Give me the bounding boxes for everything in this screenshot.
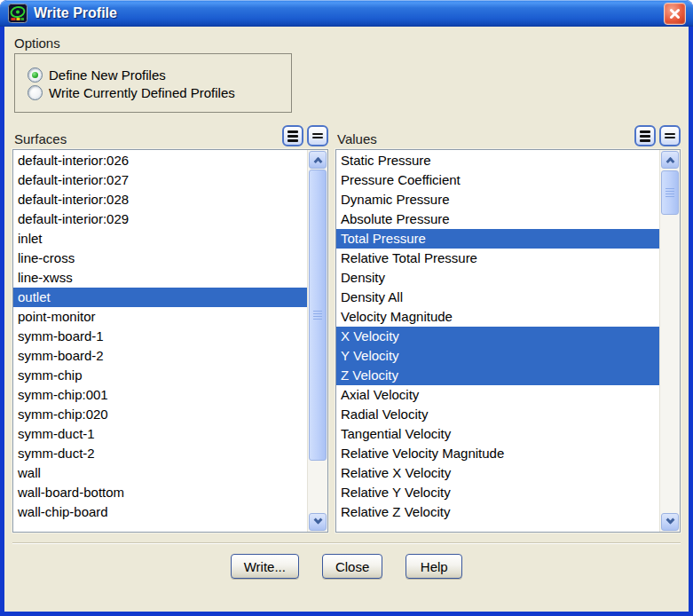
help-button[interactable]: Help bbox=[406, 554, 462, 579]
titlebar[interactable]: Write Profile bbox=[0, 0, 693, 27]
options-group-box: Define New ProfilesWrite Currently Defin… bbox=[14, 53, 292, 113]
surfaces-list: default-interior:026default-interior:027… bbox=[13, 150, 307, 532]
list-item[interactable]: Total Pressure bbox=[336, 229, 659, 249]
chevron-down-icon bbox=[313, 515, 322, 524]
list-item[interactable]: Radial Velocity bbox=[336, 405, 659, 424]
list-item[interactable]: Axial Velocity bbox=[336, 385, 659, 405]
values-label: Values bbox=[335, 131, 631, 146]
list-item[interactable]: X Velocity bbox=[336, 327, 659, 346]
list-item[interactable]: symm-board-2 bbox=[13, 346, 307, 366]
window-title: Write Profile bbox=[34, 5, 664, 21]
lists-section: Surfaces default-interior:026default-int… bbox=[12, 123, 681, 533]
list-item[interactable]: Relative Velocity Magnitude bbox=[336, 444, 659, 463]
radio-label: Write Currently Defined Profiles bbox=[49, 85, 235, 100]
scroll-thumb[interactable] bbox=[661, 170, 679, 215]
surfaces-header: Surfaces bbox=[12, 123, 328, 146]
list-item[interactable]: default-interior:029 bbox=[13, 209, 307, 229]
footer-buttons: Write... Close Help bbox=[12, 544, 681, 582]
list-item[interactable]: Relative Z Velocity bbox=[336, 502, 659, 522]
surfaces-select-all-button[interactable] bbox=[282, 125, 303, 146]
options-group-label: Options bbox=[14, 36, 681, 51]
list-item[interactable]: outlet bbox=[13, 288, 307, 307]
list-item[interactable]: Relative Total Pressure bbox=[336, 249, 659, 268]
list-item[interactable]: line-xwss bbox=[13, 268, 307, 288]
values-panel: Values Static PressurePressure Coefficie… bbox=[335, 123, 681, 533]
radio-option[interactable]: Define New Profiles bbox=[28, 67, 282, 83]
list-item[interactable]: wall-chip-board bbox=[13, 502, 307, 522]
list-item[interactable]: Density All bbox=[336, 288, 659, 307]
list-item[interactable]: Z Velocity bbox=[336, 366, 659, 385]
list-item[interactable]: point-monitor bbox=[13, 307, 307, 327]
radio-label: Define New Profiles bbox=[49, 67, 166, 83]
surfaces-scrollbar[interactable] bbox=[307, 150, 327, 532]
values-select-all-button[interactable] bbox=[634, 125, 656, 146]
scroll-down-button[interactable] bbox=[661, 513, 679, 531]
list-item[interactable]: symm-chip:020 bbox=[13, 405, 307, 424]
close-icon bbox=[669, 8, 681, 20]
list-item[interactable]: inlet bbox=[13, 229, 307, 249]
list-item[interactable]: Pressure Coefficient bbox=[336, 170, 659, 190]
scroll-thumb[interactable] bbox=[309, 170, 327, 461]
list-item[interactable]: Density bbox=[336, 268, 659, 288]
list-item[interactable]: Velocity Magnitude bbox=[336, 307, 659, 327]
chevron-up-icon bbox=[665, 156, 674, 165]
fluent-app-icon bbox=[8, 4, 28, 23]
scroll-down-button[interactable] bbox=[309, 513, 327, 531]
surfaces-label: Surfaces bbox=[12, 131, 279, 146]
surfaces-listbox: default-interior:026default-interior:027… bbox=[12, 149, 328, 533]
radio-button-icon[interactable] bbox=[28, 67, 43, 83]
list-item[interactable]: Y Velocity bbox=[336, 346, 659, 366]
list-item[interactable]: symm-chip bbox=[13, 366, 307, 385]
values-header: Values bbox=[335, 123, 681, 146]
values-list: Static PressurePressure CoefficientDynam… bbox=[336, 150, 659, 532]
list-item[interactable]: default-interior:026 bbox=[13, 151, 307, 170]
list-item[interactable]: Relative Y Velocity bbox=[336, 483, 659, 502]
chevron-up-icon bbox=[313, 156, 322, 165]
list-item[interactable]: line-cross bbox=[13, 249, 307, 268]
scroll-track[interactable] bbox=[661, 170, 679, 512]
values-listbox: Static PressurePressure CoefficientDynam… bbox=[335, 149, 681, 533]
chevron-down-icon bbox=[665, 515, 674, 524]
list-item[interactable]: symm-chip:001 bbox=[13, 385, 307, 405]
radio-button-icon[interactable] bbox=[28, 85, 43, 100]
list-item[interactable]: Static Pressure bbox=[336, 151, 659, 170]
list-item[interactable]: Absolute Pressure bbox=[336, 209, 659, 229]
dialog-body: Options Define New ProfilesWrite Current… bbox=[4, 27, 689, 612]
surfaces-panel: Surfaces default-interior:026default-int… bbox=[12, 123, 328, 533]
close-dialog-button[interactable]: Close bbox=[322, 554, 382, 579]
list-item[interactable]: symm-duct-1 bbox=[13, 424, 307, 444]
scroll-up-button[interactable] bbox=[661, 151, 679, 169]
list-item[interactable]: Relative X Velocity bbox=[336, 463, 659, 483]
values-scrollbar[interactable] bbox=[659, 150, 680, 532]
surfaces-deselect-all-button[interactable] bbox=[307, 125, 328, 146]
list-item[interactable]: default-interior:028 bbox=[13, 190, 307, 209]
write-button[interactable]: Write... bbox=[231, 554, 299, 579]
values-deselect-all-button[interactable] bbox=[659, 125, 681, 146]
scroll-track[interactable] bbox=[309, 170, 327, 512]
radio-option[interactable]: Write Currently Defined Profiles bbox=[28, 85, 282, 100]
list-item[interactable]: wall bbox=[13, 463, 307, 483]
write-profile-dialog: Write Profile Options Define New Profile… bbox=[0, 0, 693, 616]
list-item[interactable]: symm-duct-2 bbox=[13, 444, 307, 463]
list-item[interactable]: symm-board-1 bbox=[13, 327, 307, 346]
list-item[interactable]: default-interior:027 bbox=[13, 170, 307, 190]
scroll-up-button[interactable] bbox=[309, 151, 327, 169]
list-item[interactable]: wall-board-bottom bbox=[13, 483, 307, 502]
list-item[interactable]: Dynamic Pressure bbox=[336, 190, 659, 209]
close-button[interactable] bbox=[664, 3, 686, 25]
list-item[interactable]: Tangential Velocity bbox=[336, 424, 659, 444]
